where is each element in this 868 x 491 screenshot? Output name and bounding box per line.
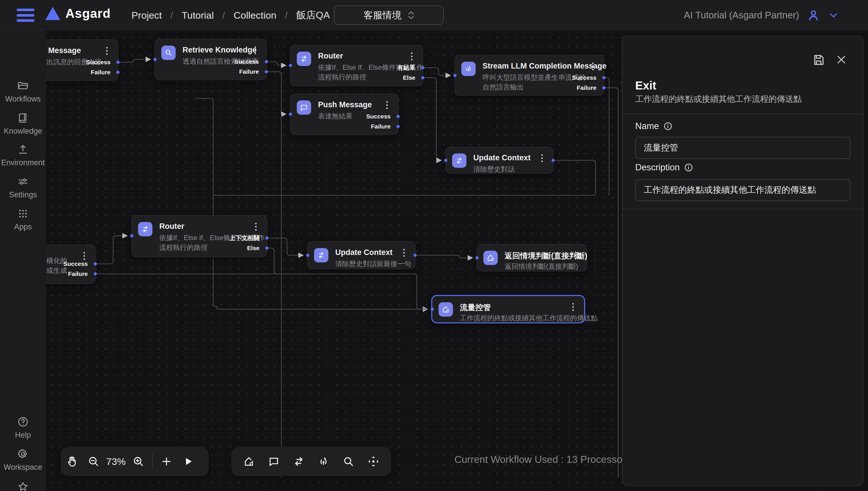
output-port[interactable] bbox=[94, 272, 97, 276]
node-title: 流量控管 bbox=[460, 302, 491, 313]
node-description: 呼叫大型語言模型並產生串流式的自然語言輸出 bbox=[483, 73, 586, 92]
workflow-edge bbox=[604, 78, 609, 195]
router-node-tool-icon[interactable] bbox=[288, 447, 310, 476]
input-port[interactable] bbox=[444, 159, 447, 162]
node-menu-kebab-icon[interactable] bbox=[251, 45, 259, 56]
output-port[interactable] bbox=[116, 71, 120, 74]
sidebar-item-label: Workspace bbox=[4, 463, 43, 472]
user-icon[interactable] bbox=[807, 8, 820, 22]
zoom-in-button[interactable] bbox=[128, 447, 149, 476]
sidebar-item-apps[interactable]: Apps bbox=[0, 208, 46, 231]
sidebar-item-knowledge[interactable]: Knowledge bbox=[0, 112, 46, 136]
sidebar-item-upgrade[interactable]: Upgrade bbox=[0, 481, 46, 491]
search-tool-icon[interactable] bbox=[337, 447, 359, 476]
node-palette-toolbar bbox=[232, 447, 391, 476]
workflow-node-llm-partial[interactable]: 構化的或生成SuccessFailure bbox=[46, 245, 95, 284]
run-workflow-button[interactable] bbox=[178, 447, 199, 476]
input-port[interactable] bbox=[154, 58, 157, 61]
workflow-node-stream-llm[interactable]: Stream LLM Completion Message呼叫大型語言模型並產生… bbox=[455, 55, 604, 95]
panel-subtitle: 工作流程的終點或接續其他工作流程的傳送點 bbox=[635, 93, 802, 105]
output-port[interactable] bbox=[422, 66, 425, 69]
save-icon[interactable] bbox=[812, 53, 825, 68]
input-port[interactable] bbox=[431, 308, 434, 311]
output-port[interactable] bbox=[602, 86, 606, 89]
sidebar-item-label: Help bbox=[15, 431, 31, 440]
hamburger-menu-icon[interactable] bbox=[17, 9, 34, 22]
chat-icon bbox=[297, 100, 311, 115]
environment-selector[interactable]: 客服情境 bbox=[334, 5, 444, 25]
workflow-status-text: Current Workflow Used : 13 Processors bbox=[454, 454, 631, 465]
node-menu-kebab-icon[interactable] bbox=[408, 51, 415, 62]
output-port[interactable] bbox=[116, 61, 120, 64]
sidebar-item-workflows[interactable]: Workflows bbox=[0, 80, 46, 104]
workflow-node-router-2[interactable]: Router依據If、Else If、Else條件決定工作流程執行的路徑上下文相… bbox=[132, 216, 267, 257]
workflow-node-exit-direct[interactable]: 返回情境判斷(直接判斷)返回情境判斷(直接判斷) bbox=[477, 244, 587, 271]
node-menu-kebab-icon[interactable] bbox=[569, 301, 577, 313]
pan-hand-button[interactable] bbox=[61, 447, 83, 476]
node-menu-kebab-icon[interactable] bbox=[589, 60, 596, 72]
breadcrumb-item-飯店qa[interactable]: 飯店QA bbox=[296, 9, 330, 22]
node-menu-kebab-icon[interactable] bbox=[572, 250, 579, 261]
output-port[interactable] bbox=[94, 262, 97, 266]
account-area[interactable]: AI Tutorial (Asgard Partner) bbox=[684, 0, 839, 30]
zoom-out-button[interactable] bbox=[83, 447, 105, 476]
sidebar-item-workspace[interactable]: Workspace bbox=[0, 448, 46, 472]
breadcrumb-item-tutorial[interactable]: Tutorial bbox=[182, 10, 214, 21]
output-port[interactable] bbox=[265, 70, 268, 74]
node-menu-kebab-icon[interactable] bbox=[80, 250, 88, 262]
account-label: AI Tutorial (Asgard Partner) bbox=[684, 10, 799, 21]
input-port[interactable] bbox=[130, 234, 133, 237]
output-port[interactable] bbox=[265, 60, 268, 63]
node-description: 清除歷史對話留最後一句 bbox=[335, 259, 411, 269]
breadcrumb-item-project[interactable]: Project bbox=[132, 10, 162, 21]
node-menu-kebab-icon[interactable] bbox=[103, 45, 110, 57]
description-field-label: Description bbox=[635, 162, 694, 173]
sidebar-item-settings[interactable]: Settings bbox=[0, 175, 46, 199]
workflow-node-update-context-2[interactable]: Update Context清除歷史對話留最後一句 bbox=[308, 242, 415, 269]
input-port[interactable] bbox=[289, 113, 292, 116]
chevron-down-icon[interactable] bbox=[828, 9, 839, 21]
input-port[interactable] bbox=[289, 64, 292, 67]
output-port-label: Success bbox=[63, 260, 88, 267]
input-port[interactable] bbox=[476, 256, 479, 260]
node-menu-kebab-icon[interactable] bbox=[383, 99, 391, 111]
workflow-node-message-partial[interactable]: Message出訊息的回應內容SuccessFailure bbox=[46, 40, 118, 80]
workflow-edge bbox=[604, 88, 618, 478]
sidebar-item-environment[interactable]: Environment bbox=[0, 143, 46, 167]
output-port[interactable] bbox=[414, 254, 417, 257]
search-icon bbox=[161, 46, 176, 60]
workflow-node-router-1[interactable]: Router依據If、Else If、Else條件決定工作流程執行的路徑有結果E… bbox=[291, 45, 423, 86]
close-icon[interactable] bbox=[836, 54, 847, 66]
exit-node-tool-icon[interactable] bbox=[238, 447, 260, 476]
zoom-level: 73% bbox=[105, 456, 128, 467]
output-port-label: Success bbox=[366, 113, 391, 120]
sidebar-item-help[interactable]: Help bbox=[0, 416, 46, 440]
add-node-button[interactable] bbox=[156, 447, 178, 476]
workflow-node-retrieve-knowledge[interactable]: Retrieve Knowledge透過自然語言檢索知識庫SuccessFail… bbox=[155, 39, 266, 80]
stream-node-tool-icon[interactable] bbox=[313, 447, 334, 476]
node-title: Update Context bbox=[473, 153, 531, 162]
description-input[interactable] bbox=[635, 179, 850, 201]
message-node-tool-icon[interactable] bbox=[263, 447, 285, 476]
breadcrumb-item-collection[interactable]: Collection bbox=[234, 10, 276, 21]
star-icon bbox=[17, 481, 29, 491]
input-port[interactable] bbox=[454, 74, 457, 77]
output-port-label: 上下文相關 bbox=[229, 234, 260, 242]
name-input[interactable] bbox=[635, 137, 850, 159]
output-port[interactable] bbox=[602, 76, 606, 80]
node-menu-kebab-icon[interactable] bbox=[252, 221, 260, 232]
output-port[interactable] bbox=[397, 115, 400, 118]
output-port[interactable] bbox=[266, 247, 269, 250]
output-port[interactable] bbox=[266, 237, 269, 240]
node-menu-kebab-icon[interactable] bbox=[400, 247, 408, 258]
input-port[interactable] bbox=[306, 254, 309, 257]
workflow-node-update-context-1[interactable]: Update Context清除歷史對話 bbox=[446, 147, 553, 173]
panel-divider bbox=[623, 114, 863, 114]
node-menu-kebab-icon[interactable] bbox=[538, 152, 546, 164]
move-tool-icon[interactable] bbox=[362, 447, 384, 476]
output-port[interactable] bbox=[397, 125, 400, 128]
output-port[interactable] bbox=[422, 76, 425, 80]
workflow-node-push-message[interactable]: Push Message表達無結果SuccessFailure bbox=[291, 94, 398, 135]
workflow-node-exit-selected[interactable]: 流量控管工作流程的終點或接續其他工作流程的傳送點 bbox=[432, 296, 584, 322]
output-port[interactable] bbox=[552, 159, 555, 162]
